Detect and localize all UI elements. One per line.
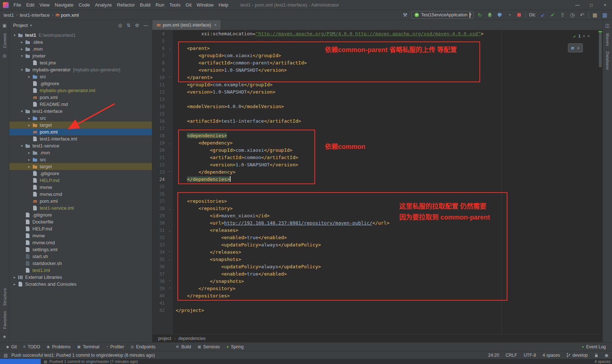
commit-check-icon[interactable]: ✔ — [549, 11, 556, 19]
scrollbar-thumb[interactable] — [599, 32, 602, 67]
tree-item-start.sh[interactable]: start.sh — [9, 253, 152, 260]
update-project-icon[interactable]: ↙ — [539, 11, 546, 19]
toolwindow-button-services[interactable]: ▦Services — [194, 343, 223, 351]
tree-chevron-icon[interactable]: ▸ — [26, 165, 32, 169]
tree-item-mvnw[interactable]: mvnw — [9, 184, 152, 191]
tree-item-help.md[interactable]: HELP.md — [9, 225, 152, 232]
tree-item-readme.md[interactable]: README.md — [9, 101, 152, 108]
tree-chevron-icon[interactable]: ▾ — [19, 109, 25, 113]
toolwindow-button-endpoints[interactable]: ◎Endpoints — [128, 343, 159, 351]
breadcrumb-test1-interface[interactable]: test1-interface — [20, 12, 50, 18]
code-line-42[interactable]: 42</project> — [152, 307, 603, 314]
toolwindow-button-problems[interactable]: ◉Problems — [43, 343, 74, 351]
menu-build[interactable]: Build — [137, 1, 153, 9]
tree-item-target[interactable]: ▸target — [9, 122, 152, 128]
line-separator[interactable]: CRLF — [506, 353, 517, 358]
toolwindow-button-terminal[interactable]: ▣Terminal — [74, 343, 103, 351]
background-tasks-icon[interactable]: ◉ — [605, 353, 608, 358]
tab-commit[interactable]: Commit — [3, 33, 7, 48]
code-line-5[interactable]: 5 — [152, 37, 603, 45]
fold-marker-icon[interactable]: ⌄ — [167, 45, 173, 52]
fold-marker-icon[interactable]: ⌄ — [167, 139, 173, 147]
debug-bug-icon[interactable] — [486, 11, 493, 19]
locate-file-icon[interactable]: ◎ — [118, 23, 122, 28]
rerun-icon[interactable]: ↻ — [476, 11, 483, 19]
tree-item-src[interactable]: ▸src — [9, 156, 152, 163]
code-line-4[interactable]: 4 xsi:schemaLocation="http://maven.apach… — [152, 30, 603, 37]
code-line-22[interactable]: 22 <version>1.0-SNAPSHOT</version> — [152, 161, 603, 169]
code-line-19[interactable]: 19⌄ <dependency> — [152, 139, 603, 147]
tree-item-test1.iml[interactable]: test1.iml — [9, 267, 152, 274]
code-line-35[interactable]: 35⌄ <snapshots> — [152, 256, 603, 263]
tree-chevron-icon[interactable]: ▸ — [12, 275, 17, 279]
tree-item-src[interactable]: ▸src — [9, 73, 152, 80]
push-icon[interactable]: ⇧ — [559, 11, 566, 19]
fold-marker-icon[interactable]: ⌄ — [167, 256, 173, 263]
hide-panel-icon[interactable]: — — [144, 23, 148, 28]
code-line-11[interactable]: 11 <groupId>com.example</groupId> — [152, 81, 603, 88]
code-line-21[interactable]: 21 <artifactId>common</artifactId> — [152, 154, 603, 161]
code-line-17[interactable]: 17 — [152, 125, 603, 132]
code-line-16[interactable]: 16 <artifactId>test1-interface</artifact… — [152, 118, 603, 125]
tree-item-.gitignore[interactable]: .gitignore — [9, 211, 152, 218]
code-line-26[interactable]: 26 — [152, 190, 603, 198]
tree-item-mvnw[interactable]: mvnw — [9, 232, 152, 239]
tree-item-test.jmx[interactable]: test.jmx — [9, 59, 152, 66]
tree-item-mybatis-generator[interactable]: ▾mybatis-generator[mybatis-plus-generato… — [9, 66, 152, 73]
star-icon[interactable]: ★ — [3, 334, 7, 339]
menu-edit[interactable]: Edit — [24, 1, 37, 9]
code-line-8[interactable]: 8 <artifactId>common-parent</artifactId> — [152, 59, 603, 67]
history-clock-icon[interactable]: ◷ — [569, 11, 576, 19]
tree-item-settings.xml[interactable]: settings.xml — [9, 246, 152, 253]
coverage-icon[interactable] — [496, 11, 503, 19]
tree-chevron-icon[interactable]: ▸ — [19, 47, 25, 51]
file-encoding[interactable]: UTF-8 — [523, 353, 536, 358]
menu-git[interactable]: Git — [183, 1, 194, 9]
project-toolwindow-icon[interactable]: ▣ — [3, 23, 7, 28]
minimize-button[interactable]: — — [570, 0, 584, 10]
code-area[interactable]: 4 xsi:schemaLocation="http://maven.apach… — [152, 30, 603, 334]
tree-chevron-icon[interactable]: ▸ — [19, 40, 25, 44]
code-line-39[interactable]: 39⌃ </repository> — [152, 285, 603, 292]
code-line-23[interactable]: 23⌃ </dependency> — [152, 169, 603, 176]
editor-breadcrumb-dependencies[interactable]: dependencies — [178, 336, 206, 341]
tree-item-test1-interface.iml[interactable]: test1-interface.iml — [9, 135, 152, 142]
inspection-widget[interactable]: ✔ 1 ˄ ˅ — [572, 32, 592, 41]
code-line-24[interactable]: 24 </dependencies> — [152, 176, 603, 183]
menu-analyze[interactable]: Analyze — [93, 1, 114, 9]
maven-reload-chip[interactable]: m × — [568, 43, 583, 52]
fold-marker-icon[interactable]: ⌃ — [167, 74, 173, 81]
tree-item-pom.xml[interactable]: mpom.xml — [9, 94, 152, 101]
code-line-10[interactable]: 10⌃ </parent> — [152, 74, 603, 81]
code-line-37[interactable]: 37 <enabled>true</enabled> — [152, 270, 603, 278]
code-line-7[interactable]: 7 <groupId>com.xiaoxi</groupId> — [152, 52, 603, 59]
menu-run[interactable]: Run — [153, 1, 167, 9]
tree-item-target[interactable]: ▸target — [9, 163, 152, 170]
prev-problem-icon[interactable]: ˄ — [583, 33, 585, 40]
code-line-9[interactable]: 9 <version>1.0-SNAPSHOT</version> — [152, 67, 603, 74]
code-line-12[interactable]: 12 <version>1.0-SNAPSHOT</version> — [152, 88, 603, 96]
tree-item-mvnw.cmd[interactable]: mvnw.cmd — [9, 191, 152, 198]
editor-preview-icon[interactable]: ▥ — [601, 11, 608, 19]
git-branch-widget[interactable]: develop — [566, 353, 588, 358]
code-line-27[interactable]: 27 <repositories> — [152, 198, 603, 205]
tree-chevron-icon[interactable]: ▸ — [12, 282, 17, 286]
code-line-20[interactable]: 20 <groupId>com.xiaoxi</groupId> — [152, 147, 603, 154]
code-line-32[interactable]: 32 <enabled>true</enabled> — [152, 234, 603, 241]
code-line-14[interactable]: 14 <modelVersion>4.0.0</modelVersion> — [152, 103, 603, 110]
code-line-36[interactable]: 36 <updatePolicy>always</updatePolicy> — [152, 263, 603, 270]
editor-scrollbar[interactable] — [598, 30, 603, 334]
toolwindow-button-build[interactable]: ⚙Build — [173, 343, 195, 351]
menu-refactor[interactable]: Refactor — [114, 1, 137, 9]
tree-item-help.md[interactable]: HELP.md — [9, 177, 152, 184]
tree-item-startdocker.sh[interactable]: startdocker.sh — [9, 260, 152, 267]
toolwindow-button-event-log[interactable]: ●Event Log — [578, 343, 609, 351]
code-line-18[interactable]: 18 <dependencies> — [152, 132, 603, 139]
tree-chevron-icon[interactable]: ▸ — [26, 151, 32, 155]
tab-maven[interactable]: Maven — [605, 33, 610, 46]
tree-chevron-icon[interactable]: ▸ — [26, 116, 32, 120]
close-icon[interactable]: × — [577, 44, 580, 52]
profiler-icon[interactable]: ◔ — [506, 11, 513, 19]
code-line-31[interactable]: 31⌄ <releases> — [152, 227, 603, 234]
fold-marker-icon[interactable]: ⌃ — [167, 249, 173, 256]
